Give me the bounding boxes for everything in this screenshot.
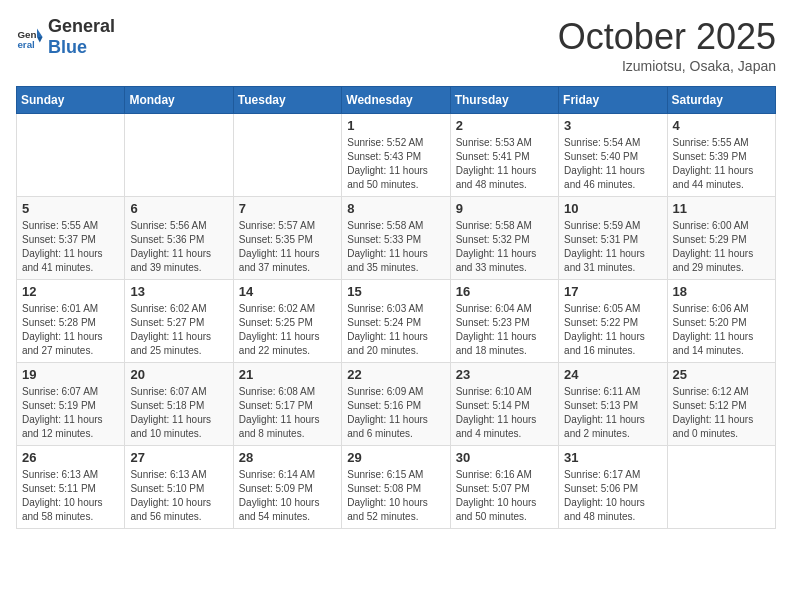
calendar-cell: 12Sunrise: 6:01 AM Sunset: 5:28 PM Dayli… [17, 280, 125, 363]
calendar-cell: 27Sunrise: 6:13 AM Sunset: 5:10 PM Dayli… [125, 446, 233, 529]
calendar-cell: 4Sunrise: 5:55 AM Sunset: 5:39 PM Daylig… [667, 114, 775, 197]
day-number: 18 [673, 284, 770, 299]
day-number: 30 [456, 450, 553, 465]
day-number: 23 [456, 367, 553, 382]
day-info: Sunrise: 6:14 AM Sunset: 5:09 PM Dayligh… [239, 468, 336, 524]
calendar-cell [667, 446, 775, 529]
day-number: 8 [347, 201, 444, 216]
day-number: 21 [239, 367, 336, 382]
calendar-cell: 1Sunrise: 5:52 AM Sunset: 5:43 PM Daylig… [342, 114, 450, 197]
day-info: Sunrise: 6:08 AM Sunset: 5:17 PM Dayligh… [239, 385, 336, 441]
day-info: Sunrise: 5:59 AM Sunset: 5:31 PM Dayligh… [564, 219, 661, 275]
col-header-saturday: Saturday [667, 87, 775, 114]
calendar-week-2: 5Sunrise: 5:55 AM Sunset: 5:37 PM Daylig… [17, 197, 776, 280]
calendar-cell: 29Sunrise: 6:15 AM Sunset: 5:08 PM Dayli… [342, 446, 450, 529]
day-info: Sunrise: 6:06 AM Sunset: 5:20 PM Dayligh… [673, 302, 770, 358]
calendar-cell: 14Sunrise: 6:02 AM Sunset: 5:25 PM Dayli… [233, 280, 341, 363]
day-number: 3 [564, 118, 661, 133]
calendar-cell: 5Sunrise: 5:55 AM Sunset: 5:37 PM Daylig… [17, 197, 125, 280]
calendar-cell [125, 114, 233, 197]
calendar-cell [233, 114, 341, 197]
svg-marker-3 [37, 37, 43, 43]
day-info: Sunrise: 6:10 AM Sunset: 5:14 PM Dayligh… [456, 385, 553, 441]
day-info: Sunrise: 6:11 AM Sunset: 5:13 PM Dayligh… [564, 385, 661, 441]
svg-marker-2 [37, 29, 43, 37]
page-header: Gen eral General Blue October 2025 Izumi… [16, 16, 776, 74]
logo-icon: Gen eral [16, 23, 44, 51]
calendar-cell: 20Sunrise: 6:07 AM Sunset: 5:18 PM Dayli… [125, 363, 233, 446]
logo-general: General [48, 16, 115, 36]
calendar-cell: 9Sunrise: 5:58 AM Sunset: 5:32 PM Daylig… [450, 197, 558, 280]
calendar-cell: 10Sunrise: 5:59 AM Sunset: 5:31 PM Dayli… [559, 197, 667, 280]
calendar-cell: 11Sunrise: 6:00 AM Sunset: 5:29 PM Dayli… [667, 197, 775, 280]
day-number: 24 [564, 367, 661, 382]
day-info: Sunrise: 5:53 AM Sunset: 5:41 PM Dayligh… [456, 136, 553, 192]
calendar-cell: 23Sunrise: 6:10 AM Sunset: 5:14 PM Dayli… [450, 363, 558, 446]
calendar-week-4: 19Sunrise: 6:07 AM Sunset: 5:19 PM Dayli… [17, 363, 776, 446]
col-header-sunday: Sunday [17, 87, 125, 114]
day-number: 13 [130, 284, 227, 299]
col-header-monday: Monday [125, 87, 233, 114]
col-header-friday: Friday [559, 87, 667, 114]
day-number: 25 [673, 367, 770, 382]
calendar-cell: 24Sunrise: 6:11 AM Sunset: 5:13 PM Dayli… [559, 363, 667, 446]
calendar-cell: 15Sunrise: 6:03 AM Sunset: 5:24 PM Dayli… [342, 280, 450, 363]
logo: Gen eral General Blue [16, 16, 115, 58]
day-number: 29 [347, 450, 444, 465]
calendar-cell: 6Sunrise: 5:56 AM Sunset: 5:36 PM Daylig… [125, 197, 233, 280]
day-number: 31 [564, 450, 661, 465]
calendar-cell: 26Sunrise: 6:13 AM Sunset: 5:11 PM Dayli… [17, 446, 125, 529]
day-info: Sunrise: 5:52 AM Sunset: 5:43 PM Dayligh… [347, 136, 444, 192]
day-number: 15 [347, 284, 444, 299]
day-info: Sunrise: 6:13 AM Sunset: 5:10 PM Dayligh… [130, 468, 227, 524]
day-number: 27 [130, 450, 227, 465]
day-info: Sunrise: 6:03 AM Sunset: 5:24 PM Dayligh… [347, 302, 444, 358]
day-info: Sunrise: 5:57 AM Sunset: 5:35 PM Dayligh… [239, 219, 336, 275]
day-info: Sunrise: 6:12 AM Sunset: 5:12 PM Dayligh… [673, 385, 770, 441]
day-number: 28 [239, 450, 336, 465]
day-info: Sunrise: 6:15 AM Sunset: 5:08 PM Dayligh… [347, 468, 444, 524]
logo-blue: Blue [48, 37, 87, 57]
day-number: 12 [22, 284, 119, 299]
day-info: Sunrise: 5:55 AM Sunset: 5:39 PM Dayligh… [673, 136, 770, 192]
col-header-tuesday: Tuesday [233, 87, 341, 114]
calendar-cell: 28Sunrise: 6:14 AM Sunset: 5:09 PM Dayli… [233, 446, 341, 529]
calendar-table: SundayMondayTuesdayWednesdayThursdayFrid… [16, 86, 776, 529]
calendar-week-3: 12Sunrise: 6:01 AM Sunset: 5:28 PM Dayli… [17, 280, 776, 363]
day-number: 22 [347, 367, 444, 382]
col-header-wednesday: Wednesday [342, 87, 450, 114]
day-number: 4 [673, 118, 770, 133]
calendar-week-5: 26Sunrise: 6:13 AM Sunset: 5:11 PM Dayli… [17, 446, 776, 529]
day-info: Sunrise: 6:01 AM Sunset: 5:28 PM Dayligh… [22, 302, 119, 358]
logo-text: General Blue [48, 16, 115, 58]
day-number: 6 [130, 201, 227, 216]
calendar-cell: 7Sunrise: 5:57 AM Sunset: 5:35 PM Daylig… [233, 197, 341, 280]
day-info: Sunrise: 6:02 AM Sunset: 5:27 PM Dayligh… [130, 302, 227, 358]
calendar-cell: 18Sunrise: 6:06 AM Sunset: 5:20 PM Dayli… [667, 280, 775, 363]
day-number: 9 [456, 201, 553, 216]
day-info: Sunrise: 6:05 AM Sunset: 5:22 PM Dayligh… [564, 302, 661, 358]
col-header-thursday: Thursday [450, 87, 558, 114]
day-info: Sunrise: 5:56 AM Sunset: 5:36 PM Dayligh… [130, 219, 227, 275]
location: Izumiotsu, Osaka, Japan [558, 58, 776, 74]
day-info: Sunrise: 6:04 AM Sunset: 5:23 PM Dayligh… [456, 302, 553, 358]
day-info: Sunrise: 6:02 AM Sunset: 5:25 PM Dayligh… [239, 302, 336, 358]
day-info: Sunrise: 6:13 AM Sunset: 5:11 PM Dayligh… [22, 468, 119, 524]
calendar-cell: 13Sunrise: 6:02 AM Sunset: 5:27 PM Dayli… [125, 280, 233, 363]
day-number: 26 [22, 450, 119, 465]
calendar-cell: 19Sunrise: 6:07 AM Sunset: 5:19 PM Dayli… [17, 363, 125, 446]
day-info: Sunrise: 5:58 AM Sunset: 5:33 PM Dayligh… [347, 219, 444, 275]
calendar-header-row: SundayMondayTuesdayWednesdayThursdayFrid… [17, 87, 776, 114]
day-info: Sunrise: 5:54 AM Sunset: 5:40 PM Dayligh… [564, 136, 661, 192]
day-number: 16 [456, 284, 553, 299]
day-number: 2 [456, 118, 553, 133]
calendar-cell: 21Sunrise: 6:08 AM Sunset: 5:17 PM Dayli… [233, 363, 341, 446]
day-info: Sunrise: 6:17 AM Sunset: 5:06 PM Dayligh… [564, 468, 661, 524]
day-number: 17 [564, 284, 661, 299]
day-number: 20 [130, 367, 227, 382]
day-number: 1 [347, 118, 444, 133]
day-number: 5 [22, 201, 119, 216]
month-title: October 2025 [558, 16, 776, 58]
calendar-cell: 30Sunrise: 6:16 AM Sunset: 5:07 PM Dayli… [450, 446, 558, 529]
day-number: 14 [239, 284, 336, 299]
